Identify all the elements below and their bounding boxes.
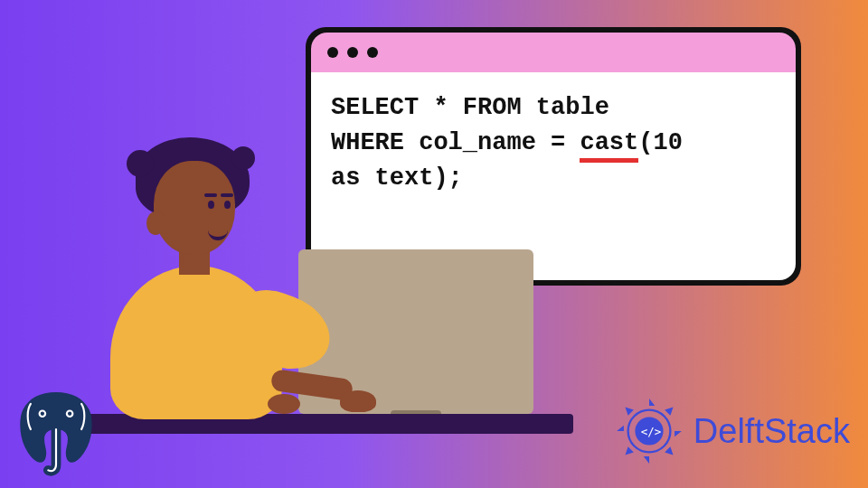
code-line-2a: WHERE col_name = (331, 129, 580, 156)
svg-marker-7 (675, 431, 682, 436)
svg-text:</>: </> (640, 425, 661, 438)
person-eye (224, 201, 231, 209)
svg-marker-5 (644, 456, 649, 464)
person-eyebrow (204, 193, 217, 197)
code-window: SELECT * FROM table WHERE col_name = cas… (306, 27, 801, 286)
traffic-light-dot (347, 47, 358, 58)
svg-point-2 (41, 412, 44, 416)
svg-marker-10 (625, 446, 633, 455)
window-titlebar (311, 33, 796, 72)
person-eyebrow (221, 193, 233, 197)
person-hand-on-mouse (340, 390, 376, 412)
svg-marker-11 (665, 446, 673, 455)
person-eye (208, 201, 214, 209)
svg-marker-4 (649, 399, 655, 406)
code-line-3: as text); (331, 164, 463, 192)
code-keyword-cast: cast (580, 126, 638, 161)
illustration-stage: SELECT * FROM table WHERE col_name = cas… (0, 0, 868, 488)
delftstack-wordmark: DelftStack (693, 412, 850, 451)
delftstack-badge-icon: </> (614, 396, 684, 466)
person-hand (268, 394, 300, 414)
person-forearm (195, 392, 277, 412)
svg-marker-8 (625, 407, 633, 415)
svg-marker-6 (617, 426, 624, 431)
person-ear (146, 211, 165, 235)
traffic-light-dot (327, 47, 338, 58)
delftstack-logo: </> DelftStack (614, 396, 850, 466)
code-line-2b: (10 (638, 129, 683, 156)
svg-point-3 (68, 412, 71, 416)
postgresql-logo-icon (7, 380, 105, 483)
person-head (154, 161, 235, 255)
traffic-light-dot (367, 47, 378, 58)
svg-marker-9 (665, 407, 673, 415)
code-line-1: SELECT * FROM table (331, 94, 609, 121)
